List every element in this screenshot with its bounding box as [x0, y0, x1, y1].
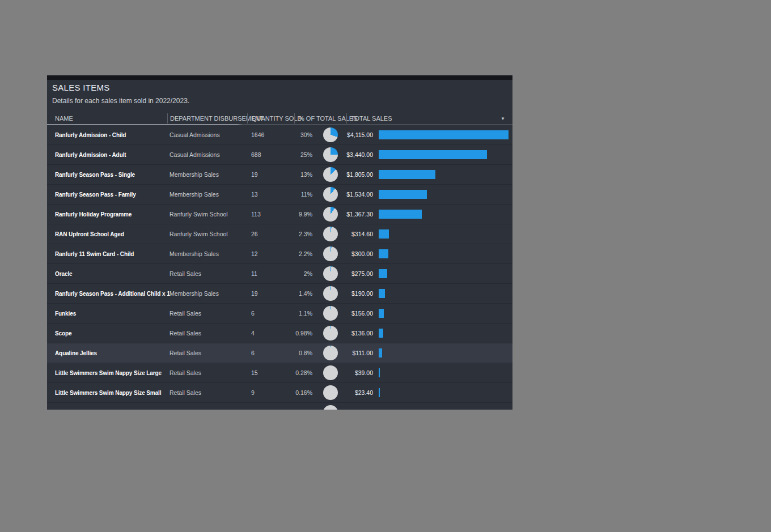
total-sales-bar: [379, 348, 382, 357]
total-sales-bar: [379, 249, 388, 258]
item-name: Ranfurly Season Pass - Family: [47, 191, 167, 198]
table-row[interactable]: [47, 403, 512, 410]
percent-pie-icon: [323, 405, 338, 410]
total-sales-bar-cell: [373, 289, 512, 298]
column-header-percent-of-total-sales[interactable]: % OF TOTAL SALES: [294, 113, 346, 124]
total-sales-bar: [379, 190, 427, 199]
percent-pie-cell: [312, 167, 338, 182]
item-percent: 9.9%: [274, 211, 312, 218]
percent-pie-icon: [323, 326, 338, 341]
total-sales-bar: [379, 150, 487, 159]
item-department: Casual Admissions: [167, 131, 247, 138]
total-sales-bar: [379, 170, 435, 179]
percent-pie-cell: [312, 266, 338, 281]
total-sales-bar: [379, 229, 389, 239]
item-total-sales: $190.00: [338, 290, 373, 297]
total-sales-bar: [379, 309, 384, 318]
item-total-sales: $23.40: [338, 389, 373, 396]
column-header-department-disbursement[interactable]: DEPARTMENT DISBURSEMENT: [167, 113, 247, 124]
table-row[interactable]: Oracle Retail Sales 11 2% $275.00: [47, 264, 512, 284]
percent-pie-cell: [312, 147, 338, 162]
column-header-quantity-sold[interactable]: QUANTITY SOLD: [247, 113, 294, 124]
table-row[interactable]: Little Swimmers Swim Nappy Size Large Re…: [47, 363, 512, 383]
percent-pie-icon: [323, 167, 338, 182]
percent-pie-icon: [323, 385, 338, 400]
item-total-sales: $4,115.00: [338, 131, 373, 138]
item-quantity: 6: [247, 310, 274, 317]
total-sales-bar-cell: [373, 249, 512, 258]
table-row[interactable]: Ranfurly Season Pass - Additional Child …: [47, 284, 512, 304]
item-name: Little Swimmers Swim Nappy Size Small: [47, 390, 167, 396]
chevron-down-icon[interactable]: ▼: [501, 116, 512, 121]
item-quantity: 4: [247, 330, 274, 337]
item-quantity: 19: [247, 290, 274, 297]
table-row[interactable]: RAN Upfront School Aged Ranfurly Swim Sc…: [47, 224, 512, 244]
table-row[interactable]: Ranfurly Season Pass - Single Membership…: [47, 165, 512, 185]
total-sales-bar: [379, 329, 383, 338]
total-sales-bar-cell: [373, 368, 512, 377]
item-name: Ranfurly Season Pass - Additional Child …: [47, 291, 167, 297]
column-header-label: TOTAL SALES: [351, 115, 392, 122]
item-quantity: 113: [247, 211, 274, 218]
visual-subtitle: Details for each sales item sold in 2022…: [52, 96, 189, 105]
percent-pie-icon: [323, 346, 338, 360]
item-name: Ranfurly Season Pass - Single: [47, 172, 167, 178]
item-total-sales: $3,440.00: [338, 151, 373, 158]
table-row[interactable]: Ranfurly Admission - Adult Casual Admiss…: [47, 145, 512, 165]
total-sales-bar-cell: [373, 150, 512, 159]
item-name: Ranfurly 11 Swim Card - Child: [47, 251, 167, 257]
percent-pie-cell: [312, 227, 338, 241]
percent-pie-icon: [323, 187, 338, 202]
item-percent: 0.8%: [274, 350, 312, 356]
item-name: Oracle: [47, 271, 167, 277]
item-department: Retail Sales: [167, 330, 247, 337]
total-sales-bar-cell: [373, 348, 512, 357]
percent-pie-cell: [312, 286, 338, 301]
item-total-sales: $275.00: [338, 270, 373, 277]
panel-top-strip: [47, 75, 512, 80]
total-sales-bar: [379, 210, 422, 219]
item-department: Retail Sales: [167, 389, 247, 396]
table-row[interactable]: Aqualine Jellies Retail Sales 6 0.8% $11…: [47, 343, 512, 363]
column-header-label: NAME: [55, 115, 73, 122]
table-row[interactable]: Little Swimmers Swim Nappy Size Small Re…: [47, 383, 512, 403]
item-total-sales: $156.00: [338, 310, 373, 317]
table-row[interactable]: Ranfurly 11 Swim Card - Child Membership…: [47, 244, 512, 264]
item-name: RAN Upfront School Aged: [47, 231, 167, 237]
column-header-total-sales[interactable]: TOTAL SALES ▼: [346, 113, 512, 124]
item-department: Retail Sales: [167, 350, 247, 356]
table-row[interactable]: Scope Retail Sales 4 0.98% $136.00: [47, 324, 512, 343]
total-sales-bar-cell: [373, 388, 512, 397]
total-sales-bar-cell: [373, 309, 512, 318]
item-percent: 0.28%: [274, 369, 312, 376]
item-percent: 2.3%: [274, 231, 312, 237]
table-row[interactable]: Ranfurly Admission - Child Casual Admiss…: [47, 125, 512, 145]
table-row[interactable]: Ranfurly Holiday Programme Ranfurly Swim…: [47, 205, 512, 224]
percent-pie-cell: [312, 187, 338, 202]
table-header-row: NAME DEPARTMENT DISBURSEMENT QUANTITY SO…: [47, 113, 512, 124]
percent-pie-cell: [312, 246, 338, 261]
item-quantity: 6: [247, 350, 274, 356]
percent-pie-icon: [323, 227, 338, 241]
header-divider: [47, 124, 512, 125]
percent-pie-cell: [312, 365, 338, 380]
item-quantity: 1646: [247, 131, 274, 138]
percent-pie-cell: [312, 385, 338, 400]
item-name: Funkies: [47, 310, 167, 317]
item-department: Membership Sales: [167, 171, 247, 178]
percent-pie-icon: [323, 306, 338, 321]
percent-pie-cell: [312, 306, 338, 321]
percent-pie-icon: [323, 365, 338, 380]
column-header-name[interactable]: NAME: [47, 113, 167, 124]
total-sales-bar-cell: [373, 408, 512, 410]
item-department: Retail Sales: [167, 310, 247, 317]
percent-pie-icon: [323, 266, 338, 281]
table-row[interactable]: Funkies Retail Sales 6 1.1% $156.00: [47, 304, 512, 324]
item-percent: 2%: [274, 270, 312, 277]
item-department: Casual Admissions: [167, 151, 247, 158]
percent-pie-icon: [323, 127, 338, 142]
total-sales-bar-cell: [373, 329, 512, 338]
percent-pie-cell: [312, 326, 338, 341]
item-quantity: 12: [247, 250, 274, 257]
table-row[interactable]: Ranfurly Season Pass - Family Membership…: [47, 185, 512, 205]
